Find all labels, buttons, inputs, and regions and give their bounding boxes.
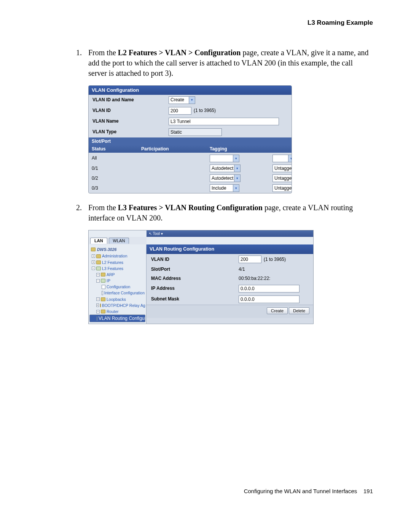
vlan-table-header: Status Participation Tagging	[89, 145, 292, 153]
mac-label: MAC Address	[151, 275, 239, 281]
participation-value: Autodetect	[212, 165, 233, 171]
routing-title: VLAN Routing Configuration	[147, 244, 313, 254]
nav-label: Router	[107, 309, 119, 314]
plus-icon: +	[96, 273, 100, 276]
step-2-text-a: From the	[88, 203, 118, 212]
chevron-down-icon: ▾	[189, 97, 195, 104]
step-2: From the L3 Features > VLAN Routing Conf…	[84, 203, 373, 324]
table-row: 0/3 Include▾ Untagged▾	[89, 183, 292, 193]
participation-value: Include	[212, 185, 226, 191]
nav-loopbacks[interactable]: +Loopbacks	[89, 296, 145, 302]
step-1-text-a: From the	[88, 48, 118, 57]
nav-router[interactable]: +Router	[89, 308, 145, 315]
nav-vlan-routing[interactable]: VLAN Routing Configurati	[89, 315, 145, 322]
nav-configuration[interactable]: Configuration	[89, 284, 145, 290]
doc-icon	[97, 316, 97, 321]
port-all: All	[89, 155, 138, 161]
tab-lan[interactable]: LAN	[90, 238, 107, 244]
vlan-name-label: VLAN Name	[92, 118, 169, 124]
nav-arp[interactable]: +ARP	[89, 272, 145, 278]
footer-text: Configuring the WLAN and Tunnel Interfac…	[244, 488, 357, 494]
slotport-label: Slot/Port	[89, 137, 292, 145]
tagging-select[interactable]: Untagged▾	[272, 165, 292, 172]
folder-icon	[101, 297, 105, 301]
participation-select[interactable]: Autodetect▾	[210, 174, 241, 182]
nav-admin[interactable]: +Administration	[89, 253, 145, 259]
port-03: 0/3	[89, 185, 138, 192]
nav-label: L3 Features	[102, 266, 123, 271]
create-button[interactable]: Create	[267, 307, 288, 315]
device-name: DWS-3026	[97, 247, 116, 252]
page-footer: Configuring the WLAN and Tunnel Interfac…	[38, 488, 373, 494]
folder-open-icon	[96, 267, 101, 270]
plus-icon: +	[92, 254, 95, 258]
step-2-bold: L3 Features > VLAN Routing Configuration	[118, 203, 263, 212]
port-02: 0/2	[89, 175, 138, 182]
page-header: L3 Roaming Example	[38, 19, 373, 27]
cursor-icon: ↖	[149, 232, 152, 236]
nav-l3[interactable]: −L3 Features	[89, 265, 145, 272]
col-status: Status	[89, 145, 138, 153]
step-1: From the L2 Features > VLAN > Configurat…	[84, 48, 373, 193]
plus-icon: +	[92, 260, 95, 264]
tagging-select[interactable]: Untagged▾	[272, 184, 292, 192]
table-row: 0/2 Autodetect▾ Untagged▾	[89, 173, 292, 183]
nav-bootp[interactable]: +BOOTP/DHCP Relay Agent	[89, 302, 145, 308]
vlan-routing-panel: ↖ Tool ▾ LAN WLAN	[88, 230, 314, 324]
tool-menu[interactable]: Tool ▾	[153, 232, 163, 236]
vlan-type-label: VLAN Type	[92, 129, 169, 135]
nav-label: L2 Features	[102, 260, 123, 265]
step-1-bold: L2 Features > VLAN > Configuration	[118, 48, 241, 57]
chevron-down-icon: ▾	[233, 185, 239, 192]
ip-label: IP Address	[151, 285, 239, 291]
chevron-down-icon: ▾	[233, 155, 239, 162]
vlanid-hint: (1 to 3965)	[264, 256, 286, 262]
nav-label: Configuration	[107, 284, 130, 289]
toolbar[interactable]: ↖ Tool ▾	[147, 230, 313, 237]
tab-wlan[interactable]: WLAN	[109, 238, 129, 244]
participation-select-all[interactable]: ▾	[210, 155, 239, 162]
slotport-value: 4/1	[239, 266, 245, 272]
vlan-type-value	[169, 128, 222, 136]
nav-l2[interactable]: +L2 Features	[89, 259, 145, 265]
vlan-id-hint: (1 to 3965)	[194, 107, 216, 113]
tagging-value: Untagged	[274, 165, 292, 171]
participation-select[interactable]: Include▾	[210, 184, 239, 192]
nav-label: IP	[107, 278, 110, 283]
mask-label: Subnet Mask	[151, 296, 239, 302]
vlan-idname-select[interactable]: Create ▾	[169, 96, 195, 104]
plus-icon: +	[96, 310, 100, 313]
chevron-down-icon: ▾	[234, 175, 240, 182]
nav-label: Administration	[102, 253, 127, 259]
device-icon	[91, 248, 96, 251]
nav-label: Interface Configuration	[104, 290, 145, 296]
tagging-value: Untagged	[274, 185, 292, 191]
port-01: 0/1	[89, 165, 138, 172]
vlanid-input[interactable]	[239, 256, 261, 263]
folder-icon	[101, 273, 105, 276]
nav-ip[interactable]: −IP	[89, 278, 145, 284]
plus-icon: +	[96, 304, 99, 307]
nav-interface-config[interactable]: Interface Configuration	[89, 290, 145, 296]
tagging-select-all[interactable]: ▾	[272, 155, 292, 162]
page-number: 191	[363, 488, 373, 494]
delete-button[interactable]: Delete	[289, 307, 309, 315]
tagging-select[interactable]: Untagged▾	[272, 174, 292, 182]
ip-input[interactable]	[239, 285, 299, 292]
doc-icon	[102, 291, 103, 295]
minus-icon: −	[92, 267, 95, 270]
chevron-down-icon: ▾	[288, 155, 292, 162]
nav-tree: DWS-3026 +Administration +L2 Features −L…	[89, 244, 147, 324]
col-tagging: Tagging	[207, 145, 269, 153]
folder-icon	[100, 304, 101, 307]
vlan-name-input[interactable]	[169, 118, 279, 125]
nav-label: BOOTP/DHCP Relay Agent	[102, 303, 145, 308]
participation-select[interactable]: Autodetect▾	[210, 165, 241, 172]
col-participation: Participation	[138, 145, 207, 153]
tab-bar: LAN WLAN	[89, 237, 147, 244]
nav-label: VLAN Routing Configurati	[99, 315, 145, 321]
nav-label: Loopbacks	[107, 297, 126, 302]
mask-input[interactable]	[239, 296, 299, 303]
vlan-id-input[interactable]	[169, 107, 191, 115]
minus-icon: −	[96, 279, 100, 283]
